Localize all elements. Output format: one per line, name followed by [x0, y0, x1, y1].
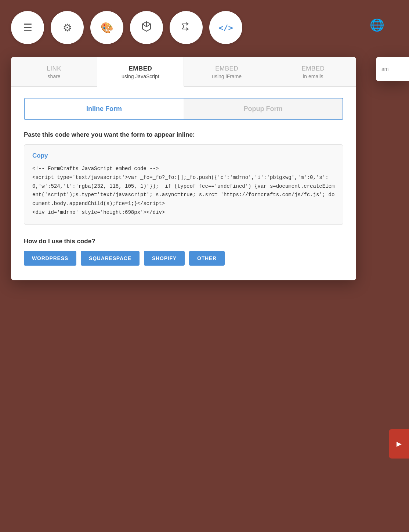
tab-embed-iframe-sub: using iFrame — [188, 73, 266, 79]
embed-code: <!-- FormCrafts JavaScript embed code --… — [32, 165, 335, 217]
tab-embed-js[interactable]: EMBED using JavaScript — [97, 57, 184, 87]
tab-embed-email[interactable]: EMBED in emails — [270, 57, 356, 86]
cube-button[interactable] — [130, 11, 163, 44]
modal-body: Inline Form Popup Form Paste this code w… — [11, 87, 356, 280]
tab-embed-email-main: EMBED — [274, 65, 352, 72]
form-type-selector: Inline Form Popup Form — [24, 98, 343, 120]
bottom-action-button[interactable]: ▶ — [389, 429, 409, 459]
shuffle-button[interactable] — [170, 11, 203, 44]
settings-button[interactable]: ⚙ — [51, 11, 84, 44]
tab-embed-iframe[interactable]: EMBED using iFrame — [184, 57, 270, 86]
palette-button[interactable]: 🎨 — [90, 11, 123, 44]
platform-buttons: WORDPRESS SQUARESPACE SHOPIFY OTHER — [24, 251, 343, 266]
instruction-text: Paste this code where you want the form … — [24, 131, 343, 139]
embed-code-icon: </> — [218, 23, 233, 32]
tab-embed-js-sub: using JavaScript — [101, 73, 180, 79]
tab-embed-iframe-main: EMBED — [188, 65, 266, 72]
tab-link[interactable]: LINK share — [11, 57, 97, 86]
cube-icon — [140, 20, 153, 35]
svg-line-3 — [142, 24, 146, 27]
globe-button[interactable]: 🌐 — [367, 15, 387, 35]
shuffle-icon — [180, 20, 192, 35]
tab-link-main: LINK — [15, 65, 93, 72]
bottom-action-icon: ▶ — [397, 440, 402, 448]
code-box: Copy <!-- FormCrafts JavaScript embed co… — [24, 144, 343, 225]
right-partial-panel: am — [376, 57, 409, 81]
embed-code-button[interactable]: </> — [209, 11, 242, 44]
tab-link-sub: share — [15, 73, 93, 79]
squarespace-button[interactable]: SQUARESPACE — [81, 251, 140, 266]
tab-embed-js-main: EMBED — [101, 65, 180, 72]
tab-embed-email-sub: in emails — [274, 73, 352, 79]
partial-text: am — [381, 66, 388, 72]
howto-label: How do I use this code? — [24, 238, 343, 245]
wordpress-button[interactable]: WORDPRESS — [24, 251, 76, 266]
toolbar: ☰ ⚙ 🎨 </> — [11, 11, 242, 44]
embed-modal: LINK share EMBED using JavaScript EMBED … — [11, 57, 356, 280]
settings-icon: ⚙ — [63, 22, 72, 34]
svg-line-2 — [146, 24, 151, 27]
tab-bar: LINK share EMBED using JavaScript EMBED … — [11, 57, 356, 87]
inline-form-button[interactable]: Inline Form — [25, 98, 184, 119]
shopify-button[interactable]: SHOPIFY — [144, 251, 185, 266]
globe-icon: 🌐 — [370, 18, 384, 32]
menu-button[interactable]: ☰ — [11, 11, 44, 44]
menu-icon: ☰ — [23, 22, 32, 34]
palette-icon: 🎨 — [101, 22, 113, 34]
copy-link[interactable]: Copy — [32, 152, 335, 159]
other-button[interactable]: OTHER — [189, 251, 225, 266]
popup-form-button[interactable]: Popup Form — [184, 98, 343, 119]
